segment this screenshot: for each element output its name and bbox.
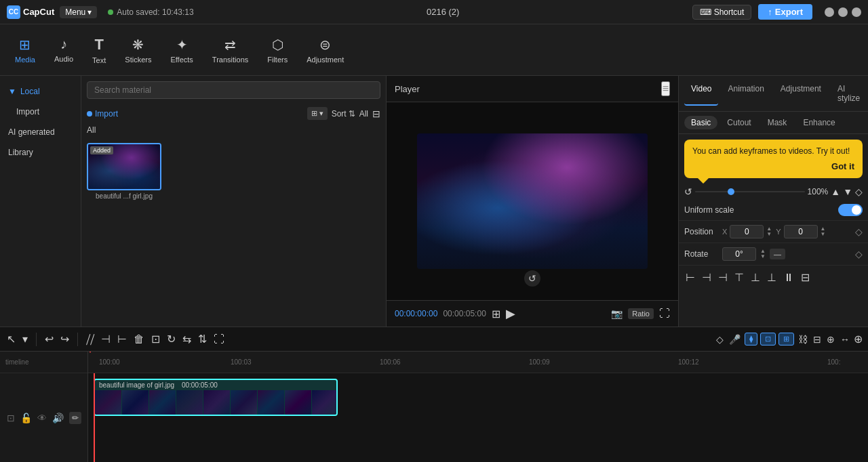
layout-view-button[interactable]: ⊞ <box>492 308 500 320</box>
link-button[interactable]: ⛓ <box>797 333 809 346</box>
sub-tab-basic[interactable]: Basic <box>684 116 717 129</box>
got-it-button[interactable]: Got it <box>831 161 854 171</box>
crop-button[interactable]: ⛶ <box>212 332 226 347</box>
align-right-button[interactable]: ⊣ <box>717 270 729 285</box>
filter-button[interactable]: ⊟ <box>372 108 380 119</box>
sub-tab-cutout[interactable]: Cutout <box>720 116 757 129</box>
tab-ai-stylize[interactable]: AI stylize <box>831 81 867 106</box>
forward-button[interactable]: ↻ <box>165 331 177 347</box>
play-button[interactable]: ▶ <box>506 306 515 321</box>
sub-tab-mask[interactable]: Mask <box>761 116 794 129</box>
toolbar-item-media[interactable]: ⊞ Media <box>7 31 43 69</box>
align-top-button[interactable]: ⊤ <box>733 270 745 285</box>
toolbar-item-effects[interactable]: ✦ Effects <box>162 31 201 69</box>
list-item[interactable]: Added beautiful ...f girl.jpg <box>87 143 161 200</box>
toolbar-item-audio[interactable]: ♪ Audio <box>46 31 81 68</box>
position-keyframe-button[interactable]: ◇ <box>855 226 863 237</box>
flip-button[interactable]: — <box>770 249 785 259</box>
delete-button[interactable]: 🗑 <box>132 332 146 347</box>
player-controls: 00:00:00:00 00:00:05:00 ⊞ ▶ 📷 Ratio ⛶ <box>387 300 678 327</box>
y-down-button[interactable]: ▼ <box>821 232 826 237</box>
track-layout-button[interactable]: ⊡ <box>7 413 15 423</box>
grid-view-button[interactable]: ⊞ ▾ <box>307 107 328 120</box>
align-center-v-button[interactable]: ⊥ <box>749 270 762 285</box>
align-bottom-button[interactable]: ⊥ <box>766 270 778 285</box>
more-button[interactable]: ⊕ <box>825 333 836 346</box>
clip-mode-2-button[interactable]: ⊡ <box>760 333 776 345</box>
replace-button[interactable]: ⊟ <box>812 333 823 346</box>
select-dropdown-button[interactable]: ▾ <box>21 331 29 347</box>
tab-video[interactable]: Video <box>684 81 718 106</box>
trim-left-button[interactable]: ⊣ <box>100 331 112 347</box>
import-button[interactable]: Import <box>87 109 118 119</box>
clip-mode-button[interactable]: ⧫ <box>745 333 757 345</box>
search-input[interactable] <box>87 81 380 99</box>
align-left-button[interactable]: ⊢ <box>684 270 696 285</box>
toolbar-item-stickers[interactable]: ❋ Stickers <box>117 31 159 69</box>
scale-up-button[interactable]: ▲ <box>831 186 840 197</box>
maximize-button[interactable] <box>838 7 848 17</box>
ratio-button[interactable]: Ratio <box>628 308 654 319</box>
audio-button[interactable]: 🎤 <box>728 333 742 346</box>
x-down-button[interactable]: ▼ <box>766 232 772 237</box>
left-panel-library[interactable]: Library <box>0 142 81 163</box>
export-button[interactable]: ↑ Export <box>758 4 812 20</box>
mirror-h-button[interactable]: ⇆ <box>181 331 193 347</box>
timeline-toolbar: ↖ ▾ ↩ ↪ ⧸⧸ ⊣ ⊢ 🗑 ⊡ ↻ ⇆ ⇅ ⛶ ◇ 🎤 ⧫ ⊡ ⊞ ⛓ ⊟… <box>0 327 868 352</box>
header: CC CapCut Menu ▾ Auto saved: 10:43:13 02… <box>0 0 868 24</box>
align-center-h-button[interactable]: ⊣ <box>701 270 713 285</box>
track-audio-button[interactable]: 🔊 <box>52 413 64 423</box>
rotate-down-button[interactable]: ▼ <box>760 254 766 259</box>
clip-mode-3-button[interactable]: ⊞ <box>778 333 794 345</box>
video-clip[interactable]: beautiful image of girl.jpg 00:00:05:00 <box>94 379 338 416</box>
sort-button[interactable]: Sort ⇅ <box>332 109 355 119</box>
tab-adjustment[interactable]: Adjustment <box>774 81 828 106</box>
redo-button[interactable]: ↪ <box>59 331 71 347</box>
left-panel-import[interactable]: Import <box>0 102 81 122</box>
toolbar-item-filters[interactable]: ⬡ Filters <box>259 31 296 69</box>
track-visibility-button[interactable]: 👁 <box>37 413 47 423</box>
rotate-keyframe-button[interactable]: ◇ <box>855 249 863 259</box>
reset-button[interactable]: ↺ <box>684 186 692 197</box>
screenshot-button[interactable]: 📷 <box>611 308 623 319</box>
mirror-v-button[interactable]: ⇅ <box>197 331 208 347</box>
sub-tab-enhance[interactable]: Enhance <box>796 116 842 129</box>
undo-button[interactable]: ↩ <box>43 331 55 347</box>
rotate-input[interactable] <box>722 247 756 261</box>
split-button[interactable]: ⧸⧸ <box>85 332 96 347</box>
menu-button[interactable]: Menu ▾ <box>60 6 97 18</box>
trim-right-button[interactable]: ⊢ <box>116 331 128 347</box>
uniform-scale-toggle[interactable] <box>838 204 863 216</box>
align-pause-button[interactable]: ⏸ <box>782 270 795 285</box>
select-tool-button[interactable]: ↖ <box>5 331 17 347</box>
position-y-input[interactable] <box>784 225 818 238</box>
close-button[interactable] <box>852 7 861 17</box>
position-y-group: Y ▲ ▼ <box>776 225 825 238</box>
toolbar-item-text[interactable]: T Text <box>84 30 114 70</box>
toolbar-item-adjustment[interactable]: ⊜ Adjustment <box>298 31 352 69</box>
shortcut-button[interactable]: ⌨ Shortcut <box>692 5 752 20</box>
align-row: ⊢ ⊣ ⊣ ⊤ ⊥ ⊥ ⏸ ⊟ <box>679 266 868 289</box>
track-edit-button[interactable]: ✏ <box>69 412 81 424</box>
rotate-button[interactable]: ↺ <box>524 270 540 287</box>
ruler-mark-5: 100: <box>827 358 840 366</box>
keyframe-add-button[interactable]: ◇ <box>715 333 725 346</box>
minimize-button[interactable] <box>825 7 834 17</box>
tab-animation[interactable]: Animation <box>721 81 770 106</box>
fullscreen-button[interactable]: ⛶ <box>659 308 670 320</box>
filters-icon: ⬡ <box>272 37 283 53</box>
toolbar-item-transitions[interactable]: ⇄ Transitions <box>204 31 256 69</box>
align-extra-button[interactable]: ⊟ <box>800 270 811 285</box>
add-keyframe-button[interactable]: ◇ <box>855 186 863 197</box>
all-filter-button[interactable]: All <box>359 109 368 119</box>
left-panel-ai-generated[interactable]: AI generated <box>0 122 81 142</box>
rotate-row: Rotate ▲ ▼ — ◇ <box>679 243 868 266</box>
position-x-input[interactable] <box>730 225 764 238</box>
scale-down-button[interactable]: ▼ <box>843 186 852 197</box>
player-menu-button[interactable]: ≡ <box>661 81 670 96</box>
extra-button[interactable]: ↔ <box>839 333 851 346</box>
zoom-in-button[interactable]: ⊕ <box>854 333 863 345</box>
group-button[interactable]: ⊡ <box>150 331 161 347</box>
track-lock-button[interactable]: 🔓 <box>20 413 32 423</box>
left-panel-local[interactable]: ▼ Local <box>0 81 81 102</box>
